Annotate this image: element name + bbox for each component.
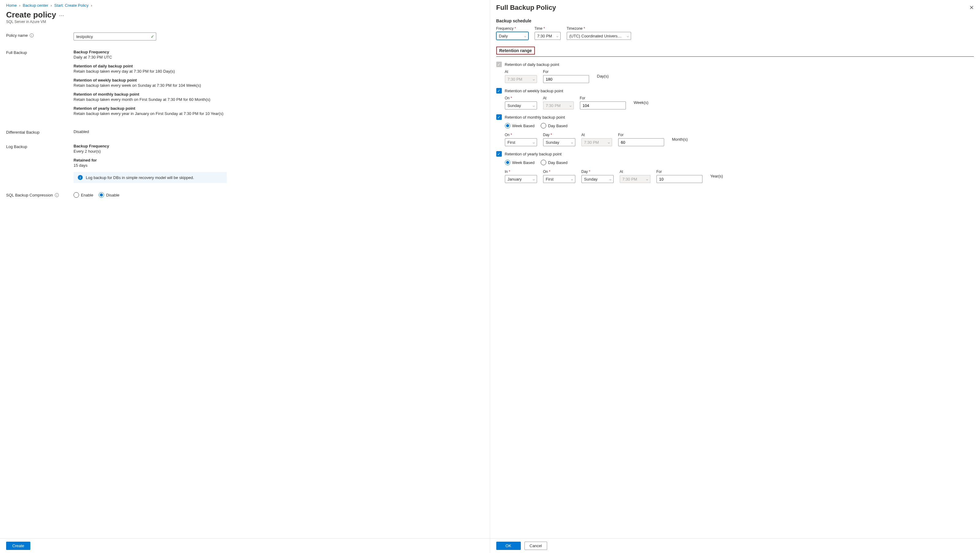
close-button[interactable]: ✕ [969, 4, 974, 11]
chevron-down-icon: ⌵ [556, 34, 558, 38]
monthly-unit-label: Month(s) [672, 137, 688, 142]
yearly-for-input[interactable] [657, 175, 702, 183]
yearly-day-label: Day * [581, 169, 614, 174]
monthly-for-input[interactable] [618, 138, 664, 146]
monthly-day-based-radio[interactable]: Day Based [541, 123, 568, 128]
retention-yearly-desc: Retain backup taken every year in Januar… [73, 111, 484, 116]
log-backup-freq-desc: Every 2 hour(s) [73, 149, 484, 154]
yearly-on-label: On * [543, 169, 575, 174]
radio-icon [73, 192, 79, 198]
radio-icon [541, 160, 546, 165]
monthly-day-dropdown[interactable]: Sunday⌵ [543, 138, 575, 146]
weekly-at-dropdown: 7:30 PM⌵ [543, 102, 574, 110]
create-button[interactable]: Create [6, 542, 30, 550]
yearly-day-dropdown[interactable]: Sunday⌵ [581, 175, 614, 183]
retention-monthly-title: Retention of monthly backup point [73, 92, 484, 97]
sql-compression-label: SQL Backup Compression i [6, 192, 73, 198]
chevron-down-icon: ⌵ [646, 177, 648, 181]
weekly-retention-label: Retention of weekly backup point [505, 89, 563, 93]
log-backup-info-text: Log backup for DBs in simple recovery mo… [86, 175, 194, 180]
breadcrumb-start-create-policy[interactable]: Start: Create Policy [54, 3, 89, 8]
breadcrumb-home[interactable]: Home [6, 3, 17, 8]
daily-for-input[interactable] [543, 75, 589, 83]
weekly-at-label: At [543, 96, 574, 100]
yearly-on-dropdown[interactable]: First⌵ [543, 175, 575, 183]
chevron-right-icon: › [91, 3, 92, 8]
log-backup-info-banner: i Log backup for DBs in simple recovery … [73, 172, 227, 183]
divider [496, 56, 974, 57]
monthly-on-label: On * [505, 133, 537, 137]
create-policy-pane: Home › Backup center › Start: Create Pol… [0, 0, 490, 553]
log-backup-label: Log Backup [6, 144, 73, 149]
chevron-down-icon: ⌵ [533, 104, 535, 108]
monthly-on-dropdown[interactable]: First⌵ [505, 138, 537, 146]
time-dropdown[interactable]: 7:30 PM⌵ [535, 32, 561, 40]
chevron-down-icon: ⌵ [533, 77, 535, 81]
retention-daily-title: Retention of daily backup point [73, 64, 484, 69]
more-actions-button[interactable]: ··· [59, 13, 64, 18]
weekly-retention-checkbox[interactable]: ✓ [496, 88, 502, 94]
time-label: Time * [535, 26, 561, 31]
info-icon[interactable]: i [55, 193, 59, 197]
frequency-label: Frequency * [496, 26, 528, 31]
yearly-in-label: In * [505, 169, 537, 174]
monthly-at-dropdown: 7:30 PM⌵ [581, 138, 612, 146]
monthly-retention-checkbox[interactable]: ✓ [496, 114, 502, 120]
daily-for-label: For [543, 70, 589, 74]
info-icon[interactable]: i [30, 33, 34, 37]
daily-retention-checkbox: ✓ [496, 62, 502, 67]
page-title: Create policy [6, 10, 56, 20]
yearly-week-based-radio[interactable]: Week Based [505, 160, 535, 165]
retention-daily-desc: Retain backup taken every day at 7:30 PM… [73, 69, 484, 73]
compression-disable-radio[interactable]: Disable [99, 192, 119, 198]
yearly-day-based-radio[interactable]: Day Based [541, 160, 568, 165]
cancel-button[interactable]: Cancel [525, 542, 547, 550]
chevron-down-icon: ⌵ [608, 140, 610, 144]
log-backup-retained-title: Retained for [73, 158, 484, 163]
yearly-retention-label: Retention of yearly backup point [505, 152, 562, 156]
chevron-down-icon: ⌵ [533, 140, 535, 144]
radio-checked-icon [505, 160, 511, 165]
full-backup-policy-panel: Full Backup Policy ✕ Backup schedule Fre… [490, 0, 980, 553]
full-backup-freq-desc: Daily at 7:30 PM UTC [73, 55, 484, 59]
weekly-on-label: On * [505, 96, 537, 100]
full-backup-freq-title: Backup Frequency [73, 49, 484, 54]
radio-icon [541, 123, 546, 128]
yearly-in-dropdown[interactable]: January⌵ [505, 175, 537, 183]
daily-retention-label: Retention of daily backup point [505, 62, 559, 67]
ok-button[interactable]: OK [496, 542, 521, 550]
radio-checked-icon [99, 192, 104, 198]
monthly-week-based-radio[interactable]: Week Based [505, 123, 535, 128]
retention-yearly-title: Retention of yearly backup point [73, 106, 484, 111]
weekly-on-dropdown[interactable]: Sunday⌵ [505, 102, 537, 110]
policy-name-input[interactable] [73, 32, 156, 40]
compression-enable-radio[interactable]: Enable [73, 192, 93, 198]
daily-at-dropdown: 7:30 PM⌵ [505, 75, 537, 83]
panel-title: Full Backup Policy [496, 4, 556, 12]
differential-backup-value: Disabled [73, 129, 484, 134]
timezone-dropdown[interactable]: (UTC) Coordinated Universal Time⌵ [567, 32, 631, 40]
frequency-dropdown[interactable]: Daily⌵ [496, 32, 528, 40]
yearly-at-dropdown: 7:30 PM⌵ [620, 175, 651, 183]
chevron-right-icon: › [51, 3, 52, 8]
weekly-for-input[interactable] [580, 102, 626, 110]
retention-monthly-desc: Retain backup taken every month on First… [73, 97, 484, 102]
page-subtitle: SQL Server in Azure VM [6, 20, 484, 24]
chevron-down-icon: ⌵ [524, 34, 526, 38]
monthly-retention-label: Retention of monthly backup point [505, 115, 565, 120]
chevron-down-icon: ⌵ [570, 104, 572, 108]
checkmark-icon: ✓ [151, 34, 154, 39]
info-icon: i [78, 175, 83, 180]
timezone-label: Timezone * [567, 26, 631, 31]
right-footer: OK Cancel [490, 538, 980, 553]
chevron-down-icon: ⌵ [533, 177, 535, 181]
policy-name-label: Policy name i [6, 32, 73, 38]
retention-weekly-title: Retention of weekly backup point [73, 78, 484, 83]
breadcrumb-backup-center[interactable]: Backup center [23, 3, 48, 8]
yearly-retention-checkbox[interactable]: ✓ [496, 151, 502, 157]
chevron-down-icon: ⌵ [609, 177, 611, 181]
chevron-down-icon: ⌵ [571, 177, 573, 181]
yearly-at-label: At [620, 169, 651, 174]
weekly-unit-label: Week(s) [634, 100, 649, 105]
monthly-at-label: At [581, 133, 612, 137]
